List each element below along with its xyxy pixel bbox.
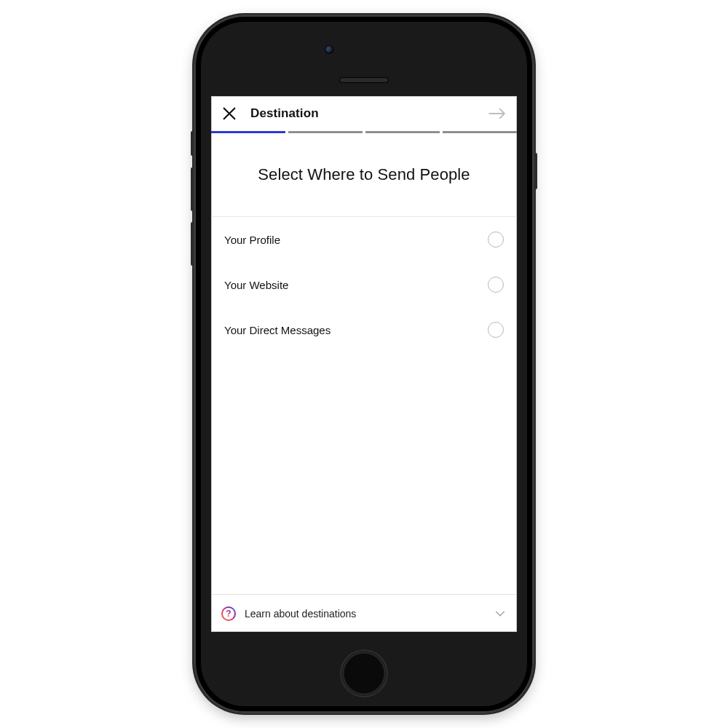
home-button[interactable] (340, 649, 388, 697)
power-button (534, 153, 537, 189)
option-your-direct-messages[interactable]: Your Direct Messages (224, 307, 504, 352)
option-your-website[interactable]: Your Website (224, 262, 504, 307)
volume-up-button (191, 167, 194, 211)
destination-options: Your Profile Your Website Your Direct Me… (211, 217, 517, 352)
radio-icon (488, 322, 504, 338)
page-title: Destination (250, 106, 319, 121)
option-label: Your Direct Messages (224, 324, 331, 336)
earpiece-speaker (339, 77, 389, 83)
radio-icon (488, 232, 504, 248)
phone-top-bezel (194, 15, 534, 96)
close-icon (221, 106, 237, 122)
nav-header: Destination (211, 96, 517, 131)
expand-help[interactable] (494, 607, 507, 620)
help-label: Learn about destinations (245, 608, 356, 620)
volume-down-button (191, 222, 194, 266)
help-icon: ? (221, 606, 236, 621)
help-footer[interactable]: ? Learn about destinations (211, 594, 517, 632)
next-button[interactable] (488, 106, 507, 121)
arrow-right-icon (488, 107, 507, 120)
option-label: Your Profile (224, 234, 280, 246)
spacer (211, 352, 517, 594)
option-label: Your Website (224, 279, 288, 291)
mute-switch (191, 131, 194, 156)
front-camera (325, 45, 333, 54)
radio-icon (488, 277, 504, 293)
chevron-down-icon (494, 608, 506, 620)
phone-frame: Destination Select Where to Send People (194, 15, 534, 713)
screen: Destination Select Where to Send People (211, 96, 517, 632)
option-your-profile[interactable]: Your Profile (224, 217, 504, 262)
hero-section: Select Where to Send People (211, 133, 517, 217)
section-heading: Select Where to Send People (226, 165, 502, 184)
content-area: Select Where to Send People Your Profile… (211, 133, 517, 632)
help-glyph: ? (226, 609, 231, 618)
close-button[interactable] (221, 106, 237, 122)
